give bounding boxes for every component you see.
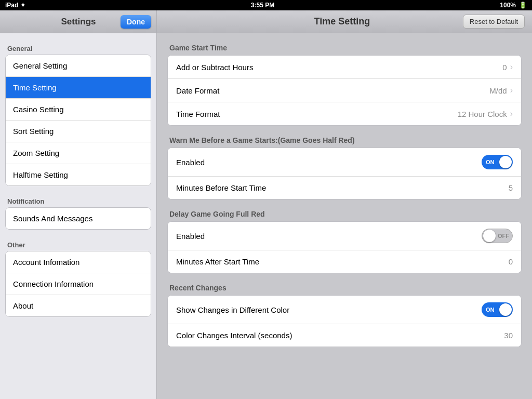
done-button[interactable]: Done [121,15,151,29]
toggle-show-changes[interactable]: ON [482,302,513,317]
sidebar-item-about[interactable]: About [6,295,151,316]
toggle-thumb [483,230,496,242]
section-header-other: Other [5,238,151,251]
setting-group-recent-changes: Show Changes in Different Color ON Color… [167,295,522,347]
chevron-icon: › [510,86,513,95]
section-label-warn-me: Warn Me Before a Game Starts:(Game Goes … [167,136,522,144]
setting-label-delay-enabled: Enabled [176,232,205,241]
app-container: Settings Done General General Setting Ti… [0,10,532,399]
chevron-icon: › [510,109,513,118]
setting-row-color-interval: Color Changes Interval (seconds) 30 [168,324,521,347]
left-header: Settings Done [0,10,156,33]
setting-label-date-format: Date Format [176,86,219,95]
sidebar-item-zoom-setting[interactable]: Zoom Setting [6,142,151,164]
toggle-thumb [499,303,512,316]
setting-group-delay-game: Enabled OFF Minutes After Start Time 0 [167,221,522,273]
setting-label-minutes-after: Minutes After Start Time [176,257,259,266]
menu-group-other: Account Infomation Connection Informatio… [5,251,151,317]
setting-value-date-format: M/dd › [489,86,513,95]
section-label-game-start-time: Game Start Time [167,44,522,52]
setting-label-time-format: Time Format [176,110,220,118]
setting-value-minutes-after: 0 [509,257,513,266]
menu-group-general: General Setting Time Setting Casino Sett… [5,55,151,186]
right-content: Game Start Time Add or Subtract Hours 0 … [157,33,532,399]
setting-value-minutes-before: 5 [509,183,513,192]
status-right: 100% 🔋 [500,2,527,9]
status-left: iPad ✦ [5,2,25,9]
setting-label-warn-enabled: Enabled [176,158,205,167]
sidebar-item-account-info[interactable]: Account Infomation [6,251,151,273]
right-pane: Time Setting Reset to Default Game Start… [157,10,532,399]
left-pane: Settings Done General General Setting Ti… [0,10,157,399]
status-bar: iPad ✦ 3:55 PM 100% 🔋 [0,0,532,10]
setting-label-add-subtract-hours: Add or Subtract Hours [176,63,253,72]
sidebar-item-connection-info[interactable]: Connection Information [6,273,151,295]
toggle-thumb [499,156,512,168]
setting-value-add-subtract-hours: 0 › [502,62,513,72]
right-pane-title: Time Setting [221,16,463,27]
left-pane-title: Settings [36,17,121,27]
sidebar-item-sounds-messages[interactable]: Sounds And Messages [6,208,151,229]
menu-group-notification: Sounds And Messages [5,207,151,230]
chevron-icon: › [510,62,513,72]
status-time: 3:55 PM [251,2,274,9]
sidebar-item-time-setting[interactable]: Time Setting [6,77,151,99]
sidebar-item-casino-setting[interactable]: Casino Setting [6,99,151,121]
setting-value-color-interval: 30 [504,331,513,340]
setting-label-color-interval: Color Changes Interval (seconds) [176,331,292,340]
setting-row-minutes-before: Minutes Before Start Time 5 [168,177,521,199]
setting-value-time-format: 12 Hour Clock › [458,109,513,118]
setting-group-game-start-time: Add or Subtract Hours 0 › Date Format M/… [167,55,522,126]
setting-row-show-changes: Show Changes in Different Color ON [168,296,521,324]
toggle-delay-enabled[interactable]: OFF [482,229,513,243]
setting-group-warn-me: Enabled ON Minutes Before Start Time 5 [167,148,522,200]
toggle-warn-enabled[interactable]: ON [482,155,513,169]
setting-row-date-format[interactable]: Date Format M/dd › [168,79,521,102]
device-label: iPad ✦ [5,2,25,9]
setting-label-show-changes: Show Changes in Different Color [176,305,289,314]
section-header-general: General [5,42,151,55]
right-header: Time Setting Reset to Default [157,10,532,33]
setting-row-delay-enabled: Enabled OFF [168,222,521,250]
setting-label-minutes-before: Minutes Before Start Time [176,183,266,192]
section-label-delay-game: Delay Game Going Full Red [167,210,522,218]
reset-to-default-button[interactable]: Reset to Default [463,15,525,29]
setting-row-add-subtract-hours[interactable]: Add or Subtract Hours 0 › [168,56,521,79]
setting-row-time-format[interactable]: Time Format 12 Hour Clock › [168,102,521,125]
battery-label: 100% [500,2,516,9]
left-content: General General Setting Time Setting Cas… [0,33,156,399]
sidebar-item-sort-setting[interactable]: Sort Setting [6,121,151,142]
section-label-recent-changes: Recent Changes [167,284,522,292]
sidebar-item-halftime-setting[interactable]: Halftime Setting [6,164,151,185]
battery-icon: 🔋 [519,2,527,9]
sidebar-item-general-setting[interactable]: General Setting [6,55,151,77]
setting-row-warn-enabled: Enabled ON [168,148,521,177]
section-header-notification: Notification [5,194,151,207]
setting-row-minutes-after: Minutes After Start Time 0 [168,250,521,273]
